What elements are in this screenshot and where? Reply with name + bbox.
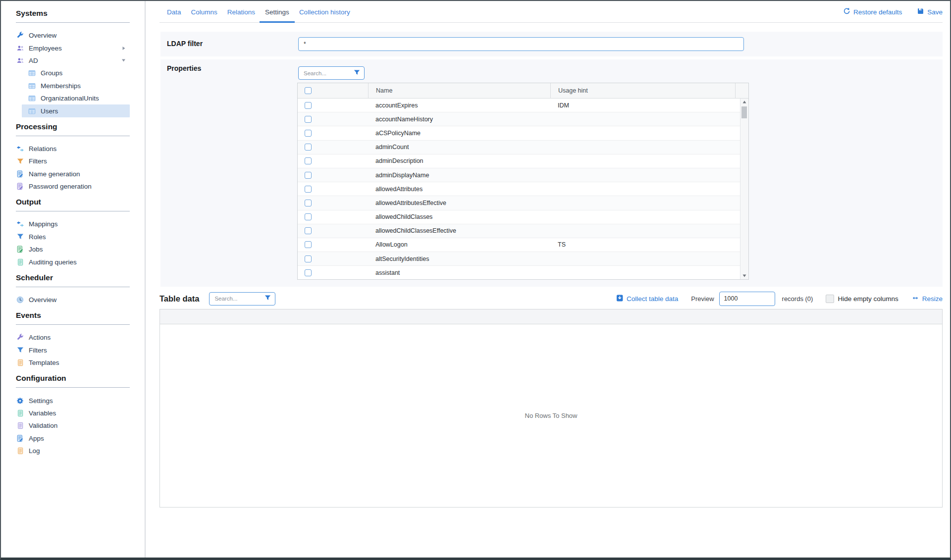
row-checkbox[interactable] — [305, 241, 312, 248]
row-checkbox[interactable] — [305, 102, 312, 109]
sidebar-item-name-generation[interactable]: Name generation — [16, 168, 130, 180]
table-data-search-input[interactable] — [213, 295, 262, 302]
table-row[interactable]: allowedChildClassesEffective — [298, 224, 740, 238]
sidebar-item-label: Overview — [29, 32, 56, 39]
sidebar-item-ad[interactable]: AD — [16, 54, 130, 67]
sidebar-item-filters[interactable]: Filters — [16, 344, 130, 356]
sidebar-item-roles[interactable]: Roles — [16, 231, 130, 243]
column-header-name[interactable]: Name — [368, 83, 550, 98]
sidebar-item-employees[interactable]: Employees — [16, 42, 130, 54]
property-name: altSecurityIdentities — [368, 255, 550, 262]
row-checkbox[interactable] — [305, 200, 312, 206]
properties-table-body: accountExpiresIDMaccountNameHistoryaCSPo… — [298, 99, 740, 279]
property-name: assistant — [368, 269, 550, 276]
tab-data[interactable]: Data — [167, 1, 181, 23]
sidebar-item-settings[interactable]: Settings — [16, 394, 130, 407]
scroll-up-icon[interactable] — [740, 101, 748, 103]
sidebar-section-processing: ProcessingRelationsFiltersName generatio… — [16, 122, 130, 193]
ldap-filter-input[interactable] — [298, 37, 744, 51]
sidebar-item-label: OrganizationalUnits — [41, 95, 99, 102]
sidebar-item-label: Roles — [29, 233, 46, 241]
sidebar-item-groups[interactable]: Groups — [16, 67, 130, 79]
column-header-usage-hint[interactable]: Usage hint — [550, 83, 735, 98]
filter-funnel-icon[interactable] — [264, 294, 271, 303]
sidebar-item-overview[interactable]: Overview — [16, 29, 130, 42]
sidebar-item-relations[interactable]: Relations — [16, 143, 130, 155]
sidebar-item-templates[interactable]: Templates — [16, 356, 130, 369]
doc-pencil-icon — [16, 183, 24, 191]
sidebar-item-memberships[interactable]: Memberships — [16, 80, 130, 92]
sidebar-item-filters[interactable]: Filters — [16, 155, 130, 167]
tab-columns[interactable]: Columns — [191, 1, 217, 23]
property-usage-hint: IDM — [550, 102, 735, 109]
sidebar-item-label: Overview — [29, 296, 56, 304]
people-icon — [16, 56, 24, 64]
filter-funnel-icon[interactable] — [354, 69, 360, 78]
collect-table-data-button[interactable]: Collect table data — [616, 294, 678, 304]
property-name: aCSPolicyName — [368, 130, 550, 137]
sidebar-item-validation[interactable]: Validation — [16, 419, 130, 432]
tab-settings[interactable]: Settings — [265, 1, 289, 23]
tab-bar: DataColumnsRelationsSettingsCollection h… — [146, 1, 950, 23]
sidebar-item-jobs[interactable]: Jobs — [16, 243, 130, 255]
table-row[interactable]: adminCount — [298, 141, 740, 154]
row-checkbox[interactable] — [305, 227, 312, 234]
row-checkbox[interactable] — [305, 130, 312, 137]
funnel-icon — [16, 346, 24, 354]
table-icon — [28, 69, 36, 77]
doc-icon — [16, 409, 24, 417]
table-row[interactable]: accountNameHistory — [298, 112, 740, 126]
row-checkbox[interactable] — [305, 144, 312, 151]
row-checkbox[interactable] — [305, 269, 312, 276]
table-row[interactable]: AllowLogonTS — [298, 238, 740, 252]
properties-search-input[interactable] — [303, 70, 351, 77]
row-checkbox[interactable] — [305, 213, 312, 220]
sidebar-item-organizationalunits[interactable]: OrganizationalUnits — [16, 92, 130, 104]
save-button[interactable]: Save — [917, 7, 943, 16]
table-row[interactable]: allowedChildClasses — [298, 210, 740, 224]
sidebar-item-variables[interactable]: Variables — [16, 407, 130, 419]
sidebar-item-actions[interactable]: Actions — [16, 331, 130, 344]
table-row[interactable]: accountExpiresIDM — [298, 99, 740, 112]
table-row[interactable]: adminDisplayName — [298, 168, 740, 182]
header-actions: Restore defaults Save — [843, 1, 943, 23]
table-row[interactable]: allowedAttributes — [298, 182, 740, 196]
resize-button[interactable]: Resize — [911, 295, 943, 303]
chevron-right-icon[interactable] — [122, 46, 130, 51]
table-row[interactable]: altSecurityIdentities — [298, 252, 740, 266]
tab-relations[interactable]: Relations — [227, 1, 255, 23]
row-checkbox[interactable] — [305, 255, 312, 262]
row-checkbox[interactable] — [305, 157, 312, 164]
sidebar-item-label: AD — [29, 57, 38, 64]
sidebar-section-scheduler: SchedulerOverview — [16, 273, 130, 306]
row-checkbox[interactable] — [305, 172, 312, 179]
resize-arrows-icon — [911, 295, 919, 303]
table-row[interactable]: adminDescription — [298, 154, 740, 168]
restore-defaults-button[interactable]: Restore defaults — [843, 7, 902, 16]
sidebar-item-password-generation[interactable]: Password generation — [16, 180, 130, 193]
relations-icon — [16, 145, 24, 153]
sidebar-item-mappings[interactable]: Mappings — [16, 218, 130, 230]
table-row[interactable]: aCSPolicyName — [298, 126, 740, 140]
tab-collection-history[interactable]: Collection history — [299, 1, 350, 23]
preview-count-input[interactable] — [719, 292, 775, 306]
ldap-filter-row: LDAP filter — [160, 32, 943, 56]
row-checkbox[interactable] — [305, 186, 312, 193]
sidebar-item-users[interactable]: Users — [22, 104, 130, 117]
hide-empty-columns-checkbox[interactable] — [826, 295, 834, 303]
scrollbar-thumb[interactable] — [741, 106, 747, 118]
sidebar-item-auditing-queries[interactable]: Auditing queries — [16, 255, 130, 268]
table-row[interactable]: allowedAttributesEffective — [298, 196, 740, 210]
chevron-down-icon[interactable] — [121, 58, 130, 62]
table-data-search-dropdown[interactable] — [209, 292, 275, 305]
sidebar-item-log[interactable]: Log — [16, 445, 130, 457]
table-row[interactable]: assistant — [298, 266, 740, 279]
ldap-filter-label: LDAP filter — [167, 40, 203, 48]
properties-scrollbar[interactable] — [740, 99, 748, 279]
select-all-checkbox[interactable] — [305, 87, 312, 94]
scroll-down-icon[interactable] — [740, 274, 748, 277]
row-checkbox[interactable] — [305, 116, 312, 123]
sidebar-item-apps[interactable]: Apps — [16, 432, 130, 445]
sidebar-item-overview[interactable]: Overview — [16, 294, 130, 306]
properties-search-dropdown[interactable] — [298, 66, 365, 80]
